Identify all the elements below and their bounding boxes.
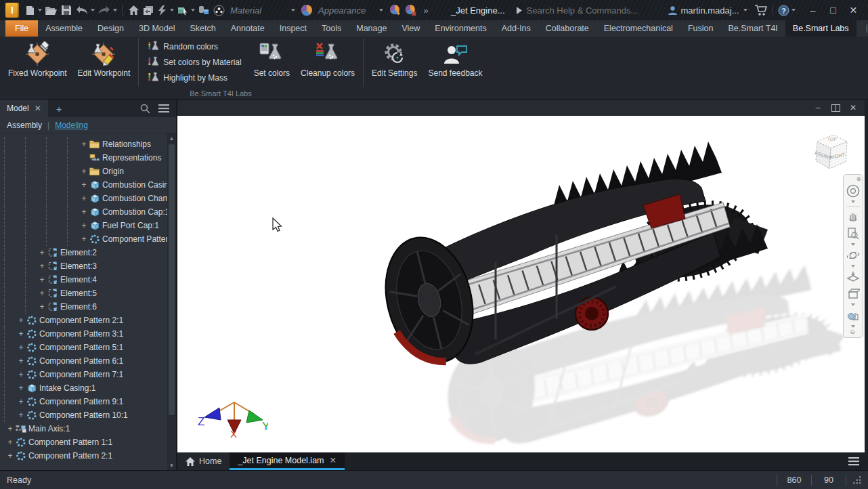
tree-row[interactable]: +Combustion Chamber:1 [4,192,176,205]
navbar-caret-icon[interactable] [851,303,855,306]
ribbon-tab-electromechanical[interactable]: Electromechanical [596,20,680,37]
tree-expand-icon[interactable]: + [16,383,26,393]
tree-row[interactable]: +Element:3 [4,259,176,273]
subtab-assembly[interactable]: Assembly [7,121,42,130]
doctab-menu-button[interactable] [848,452,865,470]
fixed-workpoint-button[interactable]: Fixed Workpoint [3,37,72,88]
set-colors-by-material-button[interactable]: Set colors by Material [146,55,244,69]
ribbon-tab-tools[interactable]: Tools [314,20,349,37]
tree-row[interactable]: +Element:4 [4,273,176,286]
assign-material-button[interactable] [196,1,211,19]
undo-button[interactable] [74,1,96,19]
username-menu[interactable]: martin.madaj... [681,5,739,16]
tree-expand-icon[interactable]: + [79,167,89,176]
tree-expand-icon[interactable]: + [16,329,26,339]
tree-row[interactable]: +Element:2 [4,246,176,259]
tree-expand-icon[interactable]: + [79,180,89,190]
tree-row[interactable]: +Component Pattern 5:1 [4,341,176,354]
ribbon-tab-manage[interactable]: Manage [349,20,394,37]
material-combo[interactable]: Material [226,3,299,18]
navbar-caret-icon[interactable] [851,325,855,328]
ribbon-tab-design[interactable]: Design [90,20,131,37]
store-button[interactable] [753,1,769,19]
model-panel-tab[interactable]: Model ✕ [0,100,48,117]
add-panel-button[interactable]: + [48,100,70,117]
tree-row[interactable]: +Intake Casing:1 [4,381,176,395]
jet-engine-model[interactable] [177,116,865,452]
ribbon-tab-add-ins[interactable]: Add-Ins [494,20,538,37]
navbar-caret-icon[interactable] [851,200,855,203]
set-colors-button[interactable]: Set colors [248,37,295,88]
window-minimize-button[interactable]: – [802,1,823,19]
appearance-ball-button[interactable] [211,1,226,19]
ribbon-tab-annotate[interactable]: Annotate [223,20,272,37]
adjust-appearance-button[interactable] [387,1,403,19]
update-button[interactable] [156,1,175,19]
tree-expand-icon[interactable]: + [37,261,47,271]
help-dropdown-icon[interactable] [791,9,796,12]
tree-row[interactable]: +Relationships [4,137,176,151]
ribbon-tab-be-smart-t4i[interactable]: Be.Smart T4I [720,20,785,37]
save-button[interactable] [59,1,74,19]
tree-row[interactable]: +Component Pattern 2:1 [4,314,176,327]
open-button[interactable] [43,1,59,19]
ribbon-tab-environments[interactable]: Environments [427,20,494,37]
tree-row[interactable]: +Component Pattern 3:1 [4,327,176,341]
orbit-icon[interactable] [845,247,861,263]
highlight-by-mass-button[interactable]: Highlight by Mass [146,70,244,85]
ribbon-tab-3d-model[interactable]: 3D Model [131,20,183,37]
ribbon-tab-sketch[interactable]: Sketch [182,20,223,37]
undo-dropdown-icon[interactable] [91,9,95,12]
tree-row[interactable]: +Element:5 [4,286,176,300]
subtab-modeling[interactable]: Modeling [55,121,88,130]
view-cube[interactable]: TOP FRONT RIGHT [806,127,855,178]
zoom-window-icon[interactable] [845,226,861,242]
scroll-down-icon[interactable]: ▼ [167,461,176,470]
edit-settings-button[interactable]: Edit Settings [366,37,422,88]
search-icon[interactable] [140,104,150,114]
tree-row[interactable]: +Combustion Casing:1 [4,178,176,192]
viewcube-top-label[interactable]: TOP [827,136,837,142]
tree-expand-icon[interactable]: + [79,234,89,244]
ribbon-tab-collaborate[interactable]: Collaborate [538,20,596,37]
tree-row[interactable]: +Origin [4,165,176,178]
redo-dropdown-icon[interactable] [113,9,117,12]
tree-row[interactable]: +Fuel Port Cap:1 [4,219,176,232]
ribbon-overflow-button[interactable] [866,20,868,37]
update-dropdown-icon[interactable] [170,9,174,12]
visual-style-icon[interactable] [845,307,861,324]
app-logo-icon[interactable]: I [5,3,19,18]
tree-expand-icon[interactable]: + [16,343,26,352]
redo-button[interactable] [96,1,118,19]
ribbon-tab-assemble[interactable]: Assemble [38,20,90,37]
help-search-input[interactable] [527,5,668,16]
navbar-caret-icon[interactable] [851,265,855,268]
look-at-icon[interactable] [845,269,861,285]
active-document-tab[interactable]: _Jet Engine Model.iam ✕ [230,452,345,470]
close-panel-icon[interactable]: ✕ [35,104,41,113]
tree-expand-icon[interactable]: + [79,207,89,217]
doc-restore-button[interactable] [828,101,843,114]
scroll-thumb[interactable] [169,144,175,415]
ribbon-tab-fusion[interactable]: Fusion [680,20,721,37]
ribbon-tab-be-smart-labs[interactable]: Be.Smart Labs [785,20,856,37]
tree-row[interactable]: +Element:6 [4,300,176,314]
ribbon-tab-inspect[interactable]: Inspect [272,20,314,37]
pan-hand-icon[interactable] [845,209,861,225]
select-dropdown-icon[interactable] [191,9,195,12]
tree-expand-icon[interactable]: + [37,289,47,298]
tree-expand-icon[interactable]: + [79,140,89,149]
color-wheel-button[interactable] [299,1,314,19]
edit-workpoint-button[interactable]: Edit Workpoint [72,37,135,88]
username-caret-icon[interactable] [743,9,747,12]
tree-expand-icon[interactable]: + [37,275,47,284]
random-colors-button[interactable]: Random colors [146,39,244,54]
tree-expand-icon[interactable]: + [37,248,47,257]
tree-expand-icon[interactable]: + [5,424,15,433]
tree-expand-icon[interactable]: + [79,194,89,203]
clear-appearance-button[interactable] [403,1,418,19]
tree-expand-icon[interactable]: + [16,410,26,420]
tree-row[interactable]: +Component Pattern 6:1 [4,354,176,368]
tree-row[interactable]: +Combustion Cap:1 [4,205,176,219]
ribbon-tab-view[interactable]: View [394,20,427,37]
